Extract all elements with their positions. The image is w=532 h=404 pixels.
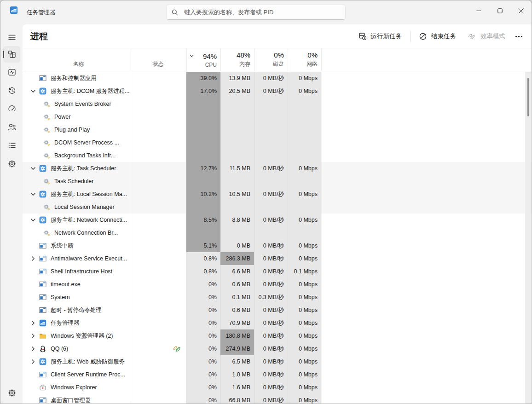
column-header-cpu[interactable]: 94% CPU bbox=[186, 48, 220, 71]
process-name-cell[interactable]: Plug and Play bbox=[23, 123, 131, 136]
end-task-button[interactable]: 结束任务 bbox=[413, 29, 462, 44]
table-row[interactable]: 服务主机: Web 威胁防御服务 0% 6.5 MB 0 MB/秒 0 Mbps bbox=[23, 355, 532, 368]
table-row[interactable]: Client Server Runtime Proc... 0% 1.0 MB … bbox=[23, 368, 532, 381]
process-name-cell[interactable]: Shell Infrastructure Host bbox=[23, 265, 131, 278]
process-name-cell[interactable]: 超时 - 暂停命令处理 bbox=[23, 304, 131, 317]
process-name-cell[interactable]: Network Connection Br... bbox=[23, 226, 131, 239]
column-header-network[interactable]: 0% 网络 bbox=[288, 48, 321, 71]
process-name-cell[interactable]: Local Session Manager bbox=[23, 201, 131, 214]
table-row[interactable]: 服务主机: Network Connecti... 8.5% 8.8 MB 0 … bbox=[23, 214, 532, 226]
more-options-button[interactable] bbox=[511, 32, 527, 41]
table-row[interactable]: Shell Infrastructure Host 0.8% 6.6 MB 0 … bbox=[23, 265, 532, 278]
process-name-cell[interactable]: System bbox=[23, 291, 131, 304]
expand-chevron-icon[interactable] bbox=[30, 320, 36, 326]
efficiency-mode-button[interactable]: 效率模式 bbox=[462, 29, 511, 44]
table-row[interactable]: 桌面窗口管理器 0% 66.8 MB 0 MB/秒 0 Mbps bbox=[23, 394, 532, 404]
network-cell bbox=[288, 98, 321, 110]
table-row[interactable]: 服务主机: Task Scheduler 12.7% 11.5 MB 0 MB/… bbox=[23, 162, 532, 175]
process-name-cell[interactable]: Windows 资源管理器 (2) bbox=[23, 329, 131, 342]
table-row[interactable]: 系统中断 5.1% 0 MB 0 MB/秒 0 Mbps bbox=[23, 239, 532, 252]
column-header-name[interactable]: 名称 bbox=[23, 48, 131, 71]
expand-chevron-icon[interactable] bbox=[30, 165, 36, 172]
process-name-cell[interactable]: Task Scheduler bbox=[23, 175, 131, 188]
table-row[interactable]: Windows 资源管理器 (2) 0% 180.8 MB 0 MB/秒 0 M… bbox=[23, 329, 532, 342]
table-row[interactable]: Power bbox=[23, 110, 532, 123]
sidebar-item-settings[interactable] bbox=[3, 385, 20, 401]
sidebar-menu-button[interactable] bbox=[3, 29, 20, 46]
table-row[interactable]: Local Session Manager bbox=[23, 201, 532, 214]
process-name-cell[interactable]: timeout.exe bbox=[23, 278, 131, 291]
process-name: timeout.exe bbox=[51, 281, 81, 288]
table-row[interactable]: 服务主机: DCOM 服务器进程... 17.0% 20.5 MB 0 MB/秒… bbox=[23, 85, 532, 98]
sidebar-item-services[interactable] bbox=[3, 156, 20, 172]
expand-chevron-icon[interactable] bbox=[30, 358, 36, 365]
process-name-cell[interactable]: 系统中断 bbox=[23, 239, 131, 252]
vertical-scrollbar[interactable] bbox=[525, 72, 531, 404]
table-row[interactable]: System Events Broker bbox=[23, 98, 532, 110]
minimize-button[interactable] bbox=[468, 0, 489, 21]
process-name-cell[interactable]: System Events Broker bbox=[23, 98, 131, 110]
sidebar-item-users[interactable] bbox=[3, 119, 20, 135]
process-name-cell[interactable]: QQ (6) bbox=[23, 342, 131, 355]
table-row[interactable]: 服务主机: Local Session Ma... 10.2% 10.5 MB … bbox=[23, 188, 532, 201]
sidebar-item-performance[interactable] bbox=[3, 64, 20, 81]
process-name-cell[interactable]: Power bbox=[23, 110, 131, 123]
sidebar-item-processes[interactable] bbox=[3, 46, 20, 63]
process-name-cell[interactable]: 服务主机: Local Session Ma... bbox=[23, 188, 131, 201]
column-header-status[interactable]: 状态 bbox=[131, 48, 186, 71]
process-name-cell[interactable]: Client Server Runtime Proc... bbox=[23, 368, 131, 381]
maximize-button[interactable] bbox=[489, 0, 510, 21]
cpu-cell: 0% bbox=[186, 355, 220, 368]
network-cell: 0 Mbps bbox=[288, 329, 321, 342]
process-name-cell[interactable]: 服务主机: DCOM 服务器进程... bbox=[23, 85, 131, 98]
status-cell bbox=[131, 265, 186, 278]
process-name-cell[interactable]: Antimalware Service Execut... bbox=[23, 252, 131, 265]
network-cell: 0 Mbps bbox=[288, 291, 321, 304]
expand-chevron-icon[interactable] bbox=[30, 88, 36, 94]
process-icon bbox=[39, 397, 46, 404]
table-row[interactable]: Windows Explorer 0% 1.6 MB 0 MB/秒 0 Mbps bbox=[23, 381, 532, 394]
search-input[interactable] bbox=[184, 9, 341, 16]
sidebar-item-startup-apps[interactable] bbox=[3, 100, 20, 117]
close-button[interactable] bbox=[510, 0, 532, 21]
process-name-cell[interactable]: 服务和控制器应用 bbox=[23, 72, 131, 85]
table-row[interactable]: Antimalware Service Execut... 0.8% 286.3… bbox=[23, 252, 532, 265]
column-header-memory[interactable]: 48% 内存 bbox=[220, 48, 254, 71]
process-name-cell[interactable]: 服务主机: Web 威胁防御服务 bbox=[23, 355, 131, 368]
network-cell bbox=[288, 136, 321, 149]
memory-cell: 0.6 MB bbox=[220, 278, 254, 291]
table-row[interactable]: 超时 - 暂停命令处理 0% 0.6 MB 0 MB/秒 0 Mbps bbox=[23, 304, 532, 317]
table-row[interactable]: DCOM Server Process ... bbox=[23, 136, 532, 149]
table-row[interactable]: Network Connection Br... bbox=[23, 226, 532, 239]
process-name-cell[interactable]: 桌面窗口管理器 bbox=[23, 394, 131, 404]
process-name-cell[interactable]: Background Tasks Infr... bbox=[23, 149, 131, 162]
table-row[interactable]: 服务和控制器应用 39.0% 13.9 MB 0 MB/秒 0 Mbps bbox=[23, 72, 532, 85]
expand-chevron-icon[interactable] bbox=[30, 333, 36, 339]
expand-chevron-icon[interactable] bbox=[30, 255, 36, 262]
sidebar-item-app-history[interactable] bbox=[3, 82, 20, 99]
table-row[interactable]: Background Tasks Infr... bbox=[23, 149, 532, 162]
search-box[interactable] bbox=[166, 5, 346, 20]
expand-chevron-icon[interactable] bbox=[30, 191, 36, 197]
expand-chevron-icon[interactable] bbox=[30, 346, 36, 352]
table-row[interactable]: Task Scheduler bbox=[23, 175, 532, 188]
column-header-disk[interactable]: 0% 磁盘 bbox=[254, 48, 288, 71]
process-name-cell[interactable]: DCOM Server Process ... bbox=[23, 136, 131, 149]
table-row[interactable]: Plug and Play bbox=[23, 123, 532, 136]
run-new-task-button[interactable]: 运行新任务 bbox=[353, 29, 408, 44]
scrollbar-thumb[interactable] bbox=[527, 78, 529, 116]
process-name-cell[interactable]: Windows Explorer bbox=[23, 381, 131, 394]
table-row[interactable]: timeout.exe 0% 0.6 MB 0 MB/秒 0 Mbps bbox=[23, 278, 532, 291]
process-icon bbox=[39, 358, 46, 365]
table-row[interactable]: System 0% 0.1 MB 0.3 MB/秒 0 Mbps bbox=[23, 291, 532, 304]
table-row[interactable]: QQ (6) 0% 274.9 MB 0 MB/秒 0 Mbps bbox=[23, 342, 532, 355]
cpu-total-value: 94% bbox=[191, 52, 217, 60]
process-name-cell[interactable]: 服务主机: Task Scheduler bbox=[23, 162, 131, 175]
network-cell bbox=[288, 110, 321, 123]
sidebar-item-details[interactable] bbox=[3, 137, 20, 154]
disk-cell: 0 MB/秒 bbox=[254, 162, 288, 175]
expand-chevron-icon[interactable] bbox=[30, 217, 36, 223]
table-row[interactable]: 任务管理器 0% 70.9 MB 0 MB/秒 0 Mbps bbox=[23, 317, 532, 329]
process-name-cell[interactable]: 任务管理器 bbox=[23, 317, 131, 329]
process-name-cell[interactable]: 服务主机: Network Connecti... bbox=[23, 214, 131, 226]
